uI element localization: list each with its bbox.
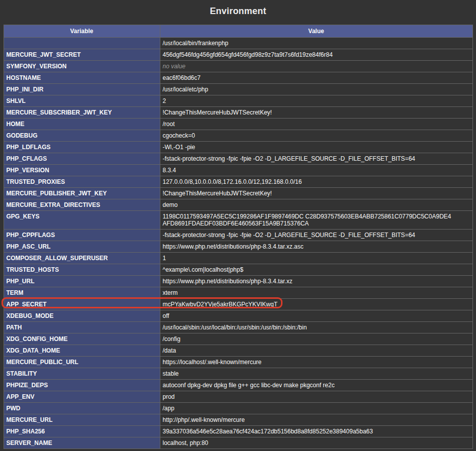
env-variable-cell: [4, 38, 160, 49]
env-value-text: 1198C0117593497A5EC5C199286AF1F9897469DC…: [163, 213, 451, 227]
env-variable-cell: COMPOSER_ALLOW_SUPERUSER: [4, 253, 160, 264]
env-value-cell: -Wl,-O1 -pie: [160, 142, 472, 153]
env-row: PHP_URL https://www.php.net/distribution…: [4, 276, 472, 287]
env-value-cell: https://www.php.net/distributions/php-8.…: [160, 276, 472, 287]
env-value-text: -fstack-protector-strong -fpic -fpie -O2…: [163, 232, 415, 239]
env-variable-cell: PHP_ASC_URL: [4, 241, 160, 253]
env-variable-cell: XDEBUG_MODE: [4, 310, 160, 322]
env-value-cell: xterm: [160, 287, 472, 299]
env-variable-cell: SYMFONY_VERSION: [4, 61, 160, 72]
env-row: TRUSTED_HOSTS ^example\.com|localhost|ph…: [4, 264, 472, 276]
env-value-cell: /usr/local/etc/php: [160, 84, 472, 95]
column-header-variable: Variable: [4, 25, 160, 38]
env-value-text: 39a337036a546e5c28aea76cf424ac172db5156b…: [163, 428, 373, 435]
page-title: Environment: [0, 0, 476, 17]
env-value-cell: !ChangeThisMercureHubJWTSecretKey!: [160, 107, 472, 119]
env-table-body: /usr/local/bin/frankenphp MERCURE_JWT_SE…: [4, 38, 472, 449]
env-variable-cell: PHP_CPPFLAGS: [4, 230, 160, 241]
env-value-text: https://localhost/.well-known/mercure: [163, 359, 262, 366]
env-variable-cell: PHP_LDFLAGS: [4, 142, 160, 153]
env-value-text: 456dgf546fdg456gfd654gfd456fgd98z9z7ta9t…: [163, 51, 333, 58]
env-row: STABILITY stable: [4, 368, 472, 380]
env-value-cell: /usr/local/sbin:/usr/local/bin:/usr/sbin…: [160, 322, 472, 333]
env-value-text: http://php/.well-known/mercure: [163, 416, 245, 423]
env-row: TERM xterm: [4, 287, 472, 299]
env-variable-cell: XDG_DATA_HOME: [4, 345, 160, 357]
env-value-text: stable: [163, 370, 179, 377]
env-row: GPG_KEYS 1198C0117593497A5EC5C199286AF1F…: [4, 211, 472, 230]
env-value-text: /usr/local/bin/frankenphp: [163, 40, 229, 47]
env-row: /usr/local/bin/frankenphp: [4, 38, 472, 49]
env-value-cell: !ChangeThisMercureHubJWTSecretKey!: [160, 188, 472, 199]
env-value-cell: /app: [160, 403, 472, 414]
env-row: COMPOSER_ALLOW_SUPERUSER 1: [4, 253, 472, 264]
env-row: PHP_INI_DIR /usr/local/etc/php: [4, 84, 472, 95]
env-row: PWD /app: [4, 403, 472, 414]
env-row: PHP_CPPFLAGS -fstack-protector-strong -f…: [4, 230, 472, 241]
env-row: TRUSTED_PROXIES 127.0.0.0/8,10.0.0.0/8,1…: [4, 176, 472, 188]
env-value-cell: https://localhost/.well-known/mercure: [160, 357, 472, 368]
env-variable-cell: MERCURE_SUBSCRIBER_JWT_KEY: [4, 107, 160, 119]
env-variable-cell: GPG_KEYS: [4, 211, 160, 230]
env-value-cell: autoconf dpkg-dev dpkg file g++ gcc libc…: [160, 380, 472, 391]
env-variable-cell: PATH: [4, 322, 160, 333]
env-row: PHP_ASC_URL https://www.php.net/distribu…: [4, 241, 472, 253]
env-value-text: cgocheck=0: [163, 132, 195, 139]
env-variable-cell: APP_ENV: [4, 391, 160, 403]
env-variable-cell: PHP_CFLAGS: [4, 153, 160, 165]
env-value-text: https://www.php.net/distributions/php-8.…: [163, 243, 304, 250]
env-value-text: autoconf dpkg-dev dpkg file g++ gcc libc…: [163, 382, 335, 389]
env-row: XDEBUG_MODE off: [4, 310, 472, 322]
env-variable-cell: PWD: [4, 403, 160, 414]
env-variable-cell: TERM: [4, 287, 160, 299]
env-value-cell: -fstack-protector-strong -fpic -fpie -O2…: [160, 153, 472, 165]
env-value-text: demo: [163, 201, 178, 208]
env-value-text: eac6f06bd6c7: [163, 74, 201, 81]
env-value-text: !ChangeThisMercureHubJWTSecretKey!: [163, 109, 272, 116]
env-value-cell: eac6f06bd6c7: [160, 72, 472, 84]
env-value-text: !ChangeThisMercureHubJWTSecretKey!: [163, 190, 272, 197]
env-value-cell: ^example\.com|localhost|php$: [160, 264, 472, 276]
env-value-cell: https://www.php.net/distributions/php-8.…: [160, 241, 472, 253]
env-variable-cell: XDG_CONFIG_HOME: [4, 333, 160, 345]
column-header-value: Value: [160, 25, 472, 38]
env-variable-cell: PHPIZE_DEPS: [4, 380, 160, 391]
env-value-cell: 1: [160, 253, 472, 264]
env-variable-cell: TRUSTED_PROXIES: [4, 176, 160, 188]
env-value-cell: off: [160, 310, 472, 322]
env-value-cell: 127.0.0.0/8,10.0.0.0/8,172.16.0.0/12,192…: [160, 176, 472, 188]
env-variable-cell: MERCURE_EXTRA_DIRECTIVES: [4, 199, 160, 211]
env-variable-cell: SERVER_NAME: [4, 437, 160, 449]
env-value-cell: cgocheck=0: [160, 130, 472, 142]
env-value-text: prod: [163, 393, 175, 400]
env-row: SYMFONY_VERSION no value: [4, 61, 472, 72]
env-value-text: no value: [163, 63, 185, 70]
environment-table-header: Variable Value: [4, 25, 472, 38]
env-row: MERCURE_URL http://php/.well-known/mercu…: [4, 414, 472, 426]
env-value-text: /usr/local/sbin:/usr/local/bin:/usr/sbin…: [163, 324, 307, 331]
env-row: XDG_DATA_HOME /data: [4, 345, 472, 357]
env-variable-cell: MERCURE_URL: [4, 414, 160, 426]
env-value-text: /root: [163, 121, 175, 128]
env-variable-cell: APP_SECRET: [4, 299, 160, 310]
env-row: MERCURE_EXTRA_DIRECTIVES demo: [4, 199, 472, 211]
env-row: XDG_CONFIG_HOME /config: [4, 333, 472, 345]
env-value-cell: prod: [160, 391, 472, 403]
env-row: HOME /root: [4, 119, 472, 130]
env-row: MERCURE_PUBLIC_URL https://localhost/.we…: [4, 357, 472, 368]
env-value-cell: demo: [160, 199, 472, 211]
env-row: SERVER_NAME localhost, php:80: [4, 437, 472, 449]
env-variable-cell: STABILITY: [4, 368, 160, 380]
env-variable-cell: MERCURE_PUBLIC_URL: [4, 357, 160, 368]
env-value-cell: 1198C0117593497A5EC5C199286AF1F9897469DC…: [160, 211, 472, 230]
header-row: Variable Value: [4, 25, 472, 38]
env-value-text: 2: [163, 97, 166, 104]
env-row: MERCURE_JWT_SECRET 456dgf546fdg456gfd654…: [4, 49, 472, 61]
env-value-cell: http://php/.well-known/mercure: [160, 414, 472, 426]
environment-table: Variable Value /usr/local/bin/frankenphp…: [4, 25, 473, 449]
env-row: APP_ENV prod: [4, 391, 472, 403]
env-value-cell: /usr/local/bin/frankenphp: [160, 38, 472, 49]
env-value-text: -Wl,-O1 -pie: [163, 144, 196, 151]
env-row: PHP_CFLAGS -fstack-protector-strong -fpi…: [4, 153, 472, 165]
env-value-cell: -fstack-protector-strong -fpic -fpie -O2…: [160, 230, 472, 241]
